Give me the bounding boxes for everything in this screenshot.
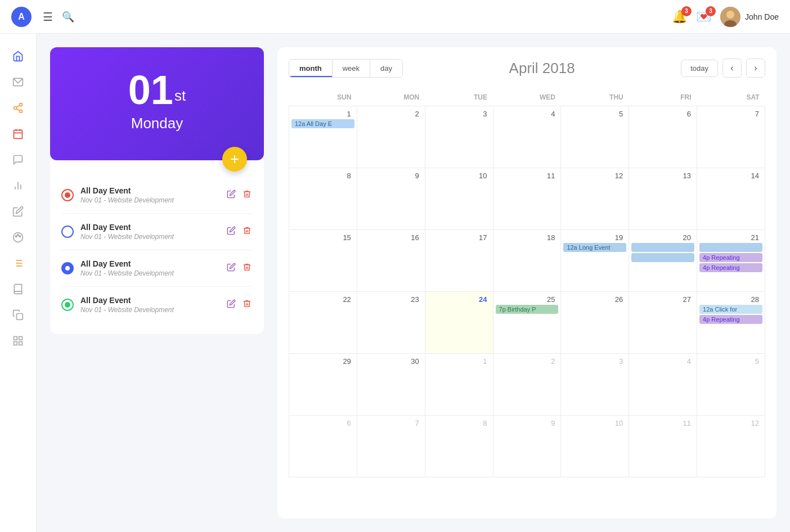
- svg-point-18: [17, 235, 19, 236]
- calendar-cell[interactable]: 7: [697, 106, 765, 168]
- cal-event[interactable]: 4p Repeating: [699, 315, 762, 324]
- sidebar-item-palette[interactable]: [7, 226, 29, 249]
- calendar-cell[interactable]: 2812a Click for4p Repeating: [697, 292, 765, 354]
- calendar-cell[interactable]: 112a All Day E: [289, 106, 357, 168]
- calendar-cell[interactable]: 7: [357, 416, 425, 477]
- day-number: 15: [291, 232, 354, 242]
- calendar-cell[interactable]: 24: [425, 292, 493, 354]
- list-item: All Day Event Nov 01 - Website Developme…: [61, 287, 253, 323]
- day-header: TUE: [425, 89, 493, 106]
- calendar-cell[interactable]: 9: [357, 168, 425, 230]
- calendar-cell[interactable]: 11: [493, 168, 561, 230]
- tab-month[interactable]: month: [289, 60, 333, 77]
- edit-event-button[interactable]: [226, 262, 237, 275]
- calendar-cell[interactable]: 1: [425, 354, 493, 416]
- calendar-cell[interactable]: 4: [629, 354, 697, 416]
- hamburger-icon[interactable]: ☰: [43, 10, 53, 24]
- calendar-cell[interactable]: 9: [493, 416, 561, 477]
- cal-event[interactable]: 4p Repeating: [699, 263, 762, 272]
- sidebar-item-copy[interactable]: [7, 304, 29, 326]
- day-number: 6: [631, 109, 694, 118]
- calendar-cell[interactable]: 12: [561, 168, 629, 230]
- today-button[interactable]: today: [681, 60, 718, 77]
- event-actions: [226, 225, 253, 238]
- calendar-cell[interactable]: 11: [629, 416, 697, 477]
- calendar-cell[interactable]: 10: [561, 416, 629, 477]
- calendar-cell[interactable]: 3: [561, 354, 629, 416]
- sidebar-item-home[interactable]: [7, 45, 29, 67]
- calendar-cell[interactable]: 257p Birthday P: [493, 292, 561, 354]
- sidebar-item-list[interactable]: [7, 252, 29, 274]
- edit-event-button[interactable]: [226, 188, 237, 202]
- date-display: 01st: [67, 70, 247, 110]
- calendar-cell[interactable]: 17: [425, 230, 493, 292]
- svg-point-4: [20, 103, 23, 106]
- tab-day[interactable]: day: [370, 60, 402, 77]
- tab-week[interactable]: week: [333, 60, 370, 77]
- calendar-cell[interactable]: 18: [493, 230, 561, 292]
- svg-point-17: [15, 236, 17, 237]
- svg-line-8: [16, 105, 20, 107]
- calendar-cell[interactable]: 30: [357, 354, 425, 416]
- day-header: FRI: [629, 89, 697, 106]
- calendar-cell[interactable]: 22: [289, 292, 357, 354]
- edit-event-button[interactable]: [226, 298, 237, 312]
- calendar-cell[interactable]: 2: [357, 106, 425, 168]
- calendar-cell[interactable]: 16: [357, 230, 425, 292]
- events-list: All Day Event Nov 01 - Website Developme…: [50, 160, 264, 334]
- calendar-cell[interactable]: 10: [425, 168, 493, 230]
- calendar-cell[interactable]: 15: [289, 230, 357, 292]
- sidebar-item-book[interactable]: [7, 278, 29, 300]
- main-content: 01st Monday + All Day Event Nov 01 - Web…: [37, 34, 790, 532]
- notifications-bell[interactable]: 🔔 3: [672, 10, 687, 24]
- calendar-cell[interactable]: 6: [289, 416, 357, 477]
- sidebar-item-share[interactable]: [7, 97, 29, 119]
- calendar-cell[interactable]: 5: [697, 354, 765, 416]
- calendar-cell[interactable]: 13: [629, 168, 697, 230]
- sidebar-item-chat[interactable]: [7, 148, 29, 171]
- calendar-cell[interactable]: 29: [289, 354, 357, 416]
- delete-event-button[interactable]: [241, 188, 253, 202]
- day-number: 1: [428, 356, 491, 366]
- calendar-cell[interactable]: 3: [425, 106, 493, 168]
- calendar-cell[interactable]: 23: [357, 292, 425, 354]
- sidebar-item-edit[interactable]: [7, 200, 29, 223]
- sidebar-item-grid[interactable]: [7, 330, 29, 352]
- sidebar-item-chart[interactable]: [7, 174, 29, 197]
- delete-event-button[interactable]: [241, 262, 253, 275]
- search-icon[interactable]: 🔍: [62, 11, 74, 23]
- day-number: 5: [563, 109, 626, 118]
- calendar-cell[interactable]: 8: [425, 416, 493, 477]
- cal-event[interactable]: 4p Repeating: [699, 253, 762, 262]
- calendar-cell[interactable]: 8: [289, 168, 357, 230]
- sidebar-item-calendar[interactable]: [7, 123, 29, 145]
- delete-event-button[interactable]: [241, 298, 253, 312]
- event-title: All Day Event: [80, 259, 219, 268]
- calendar-cell[interactable]: 20: [629, 230, 697, 292]
- add-event-button[interactable]: +: [222, 147, 247, 172]
- cal-event[interactable]: 7p Birthday P: [496, 305, 559, 314]
- svg-point-31: [65, 266, 70, 270]
- calendar-cell[interactable]: 5: [561, 106, 629, 168]
- user-menu[interactable]: John Doe: [720, 7, 779, 27]
- prev-button[interactable]: ‹: [722, 58, 742, 78]
- calendar-cell[interactable]: 27: [629, 292, 697, 354]
- calendar-cell[interactable]: 4: [493, 106, 561, 168]
- calendar-cell[interactable]: 2: [493, 354, 561, 416]
- calendar-cell[interactable]: 21 4p Repeating4p Repeating: [697, 230, 765, 292]
- next-button[interactable]: ›: [746, 58, 765, 78]
- sidebar-item-mail[interactable]: [7, 71, 29, 93]
- cal-event[interactable]: 12a All Day E: [291, 119, 354, 128]
- cal-event[interactable]: 12a Click for: [699, 305, 762, 314]
- cal-event[interactable]: 12a Long Event: [563, 243, 626, 252]
- notifications-mail[interactable]: 💌 3: [696, 10, 711, 24]
- calendar-cell[interactable]: 1912a Long Event: [561, 230, 629, 292]
- edit-event-button[interactable]: [226, 225, 237, 238]
- table-row: 151617181912a Long Event20 21 4p Repeati…: [289, 230, 765, 292]
- calendar-cell[interactable]: 6: [629, 106, 697, 168]
- calendar-cell[interactable]: 12: [697, 416, 765, 477]
- day-number: 10: [563, 418, 626, 427]
- calendar-cell[interactable]: 14: [697, 168, 765, 230]
- delete-event-button[interactable]: [241, 225, 253, 238]
- calendar-cell[interactable]: 26: [561, 292, 629, 354]
